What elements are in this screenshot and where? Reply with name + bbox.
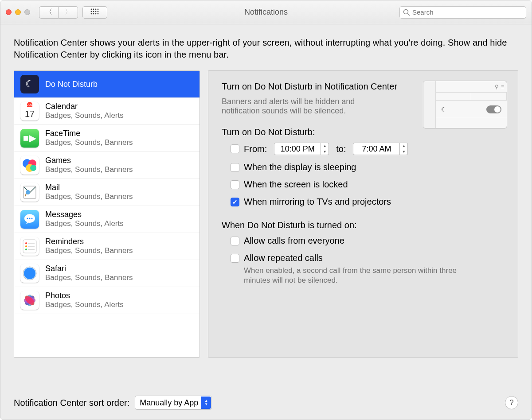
to-time-stepper-buttons[interactable]: ▲▼ <box>400 143 408 155</box>
nav-button-group: 〈 〉 <box>39 6 78 19</box>
mail-icon <box>20 183 39 202</box>
app-sub: Badges, Sounds, Alerts <box>45 300 124 309</box>
calendar-icon: JUL17 <box>20 102 39 121</box>
svg-point-22 <box>29 218 31 219</box>
app-name: Photos <box>45 292 124 300</box>
help-button[interactable]: ? <box>505 396 518 409</box>
svg-point-25 <box>25 242 27 244</box>
panes: ☾Do Not DisturbJUL17CalendarBadges, Soun… <box>14 70 518 358</box>
svg-point-32 <box>24 268 35 279</box>
chevron-left-icon: 〈 <box>45 8 52 17</box>
photos-icon <box>20 291 39 310</box>
svg-point-10 <box>95 13 97 14</box>
svg-point-4 <box>91 11 92 12</box>
zoom-window-button[interactable] <box>24 9 30 15</box>
svg-point-5 <box>93 11 94 12</box>
svg-point-9 <box>93 13 94 14</box>
app-name: Messages <box>45 210 124 219</box>
app-name: Reminders <box>45 237 133 246</box>
sidebar-item-games[interactable]: GamesBadges, Sounds, Banners <box>14 152 200 179</box>
sidebar-item-reminders[interactable]: RemindersBadges, Sounds, Banners <box>14 233 200 260</box>
sidebar-item-photos[interactable]: PhotosBadges, Sounds, Alerts <box>14 287 200 314</box>
preview-list-icon: ≡ <box>501 84 504 90</box>
app-sub: Badges, Sounds, Alerts <box>45 219 124 228</box>
checkbox-mirroring[interactable] <box>231 198 239 206</box>
from-time-stepper-buttons[interactable]: ▲▼ <box>321 143 329 155</box>
preview-illustration: ⚲ ≡ ☾ <box>423 81 507 128</box>
forward-button[interactable]: 〉 <box>59 6 78 19</box>
svg-point-23 <box>31 218 33 219</box>
label-display-sleeping: When the display is sleeping <box>244 162 356 172</box>
sort-order-select[interactable]: Manually by App <box>135 396 212 410</box>
section-dnd-on: When Do Not Disturb is turned on: <box>222 220 505 230</box>
svg-point-17 <box>30 165 36 171</box>
titlebar: 〈 〉 Notifications <box>0 0 532 24</box>
checkbox-repeated-calls[interactable] <box>231 254 239 263</box>
svg-line-13 <box>408 13 410 16</box>
checkbox-display-sleeping[interactable] <box>231 163 239 172</box>
svg-point-3 <box>98 8 99 10</box>
app-name: Calendar <box>45 102 124 111</box>
search-icon <box>403 9 410 17</box>
grid-icon <box>90 8 99 16</box>
svg-point-0 <box>91 8 92 10</box>
window-controls <box>6 9 30 15</box>
app-name: Mail <box>45 183 133 192</box>
to-time-input[interactable] <box>353 143 400 155</box>
sidebar-item-facetime[interactable]: ■▶FaceTimeBadges, Sounds, Banners <box>14 125 200 152</box>
footer-bar: Notification Center sort order: Manually… <box>14 396 518 410</box>
app-list[interactable]: ☾Do Not DisturbJUL17CalendarBadges, Soun… <box>14 70 200 358</box>
svg-point-7 <box>98 11 99 12</box>
checkbox-allow-everyone[interactable] <box>231 237 239 245</box>
svg-point-11 <box>98 13 99 14</box>
from-time-input[interactable] <box>274 143 321 155</box>
to-time-stepper[interactable]: ▲▼ <box>353 143 408 155</box>
from-time-stepper[interactable]: ▲▼ <box>274 143 329 155</box>
label-repeated-calls: Allow repeated calls <box>244 253 323 263</box>
section-dnd-schedule: Turn on Do Not Disturb: <box>222 127 505 137</box>
reminders-icon <box>20 237 39 256</box>
svg-point-1 <box>93 8 94 10</box>
facetime-icon: ■▶ <box>20 129 39 148</box>
preview-switch-icon <box>486 105 501 113</box>
sidebar-item-mail[interactable]: MailBadges, Sounds, Banners <box>14 179 200 206</box>
close-window-button[interactable] <box>6 9 12 15</box>
from-label: From: <box>244 144 267 154</box>
preview-search-icon: ⚲ <box>495 84 499 90</box>
intro-text: Notification Center shows your alerts in… <box>14 37 518 61</box>
back-button[interactable]: 〈 <box>39 6 59 19</box>
detail-description: Banners and alerts will be hidden and no… <box>222 97 390 116</box>
app-sub: Badges, Sounds, Banners <box>45 246 133 255</box>
svg-point-2 <box>95 8 97 10</box>
to-label: to: <box>336 144 346 154</box>
sidebar-item-do-not-disturb[interactable]: ☾Do Not Disturb <box>14 71 200 98</box>
svg-point-12 <box>404 9 408 14</box>
app-name: Safari <box>45 264 133 273</box>
svg-point-21 <box>27 218 28 219</box>
detail-pane: ⚲ ≡ ☾ Turn on Do Not Disturb in Notifica… <box>208 70 518 358</box>
app-sub: Badges, Sounds, Banners <box>45 192 133 201</box>
show-all-button[interactable] <box>82 6 107 19</box>
checkbox-screen-locked[interactable] <box>231 180 239 189</box>
minimize-window-button[interactable] <box>15 9 21 15</box>
app-name: FaceTime <box>45 129 133 138</box>
app-name: Do Not Disturb <box>45 80 98 89</box>
chevron-right-icon: 〉 <box>65 8 72 17</box>
preview-moon-icon: ☾ <box>441 106 447 113</box>
moon-icon: ☾ <box>20 75 39 93</box>
app-sub: Badges, Sounds, Banners <box>45 273 133 282</box>
svg-point-6 <box>95 11 97 12</box>
label-mirroring: When mirroring to TVs and projectors <box>244 197 391 207</box>
sidebar-item-safari[interactable]: SafariBadges, Sounds, Banners <box>14 260 200 287</box>
app-sub: Badges, Sounds, Alerts <box>45 111 124 120</box>
sort-order-label: Notification Center sort order: <box>14 398 129 408</box>
svg-point-27 <box>25 245 27 247</box>
checkbox-from-schedule[interactable] <box>231 144 239 153</box>
repeated-calls-help: When enabled, a second call from the sam… <box>244 266 474 285</box>
svg-point-8 <box>91 13 92 14</box>
app-sub: Badges, Sounds, Banners <box>45 138 133 147</box>
sidebar-item-calendar[interactable]: JUL17CalendarBadges, Sounds, Alerts <box>14 98 200 125</box>
sidebar-item-messages[interactable]: MessagesBadges, Sounds, Alerts <box>14 206 200 233</box>
search-field[interactable] <box>399 6 526 19</box>
search-input[interactable] <box>399 6 526 19</box>
